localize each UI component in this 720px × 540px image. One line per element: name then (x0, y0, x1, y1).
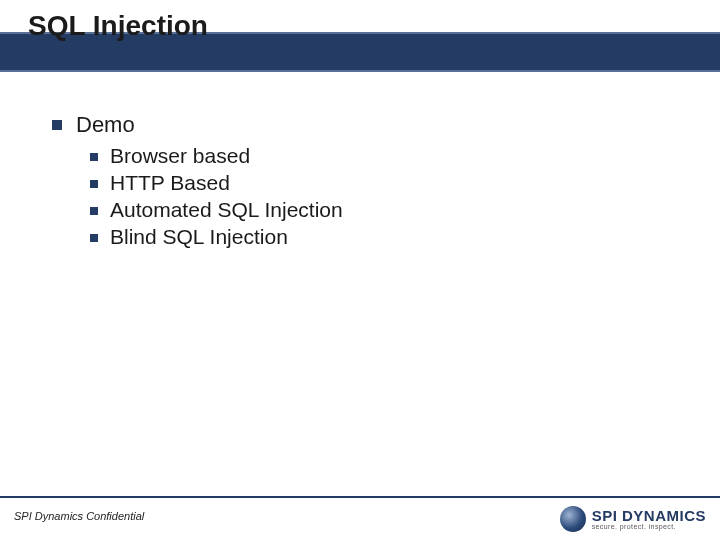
bullet-square-icon (90, 207, 98, 215)
list-item: Demo (52, 112, 680, 138)
logo-tagline: secure. protect. inspect. (592, 523, 706, 530)
bullet-square-icon (90, 180, 98, 188)
bullet-square-icon (52, 120, 62, 130)
footer-logo: SPI DYNAMICS secure. protect. inspect. (560, 506, 706, 532)
list-item: HTTP Based (90, 171, 680, 195)
list-item-label: Browser based (110, 144, 250, 168)
logo-text: SPI DYNAMICS secure. protect. inspect. (592, 508, 706, 530)
list-item: Blind SQL Injection (90, 225, 680, 249)
list-item: Automated SQL Injection (90, 198, 680, 222)
list-item: Browser based (90, 144, 680, 168)
list-item-label: Automated SQL Injection (110, 198, 343, 222)
sub-list: Browser based HTTP Based Automated SQL I… (90, 144, 680, 249)
slide-content: Demo Browser based HTTP Based Automated … (52, 112, 680, 249)
list-item-label: Demo (76, 112, 135, 138)
footer-confidential: SPI Dynamics Confidential (14, 510, 144, 522)
slide-title: SQL Injection (28, 10, 208, 42)
bullet-square-icon (90, 153, 98, 161)
list-item-label: Blind SQL Injection (110, 225, 288, 249)
logo-name: SPI DYNAMICS (592, 508, 706, 523)
list-item-label: HTTP Based (110, 171, 230, 195)
logo-sphere-icon (560, 506, 586, 532)
bullet-square-icon (90, 234, 98, 242)
footer-divider (0, 496, 720, 498)
slide: SQL Injection Demo Browser based HTTP Ba… (0, 0, 720, 540)
